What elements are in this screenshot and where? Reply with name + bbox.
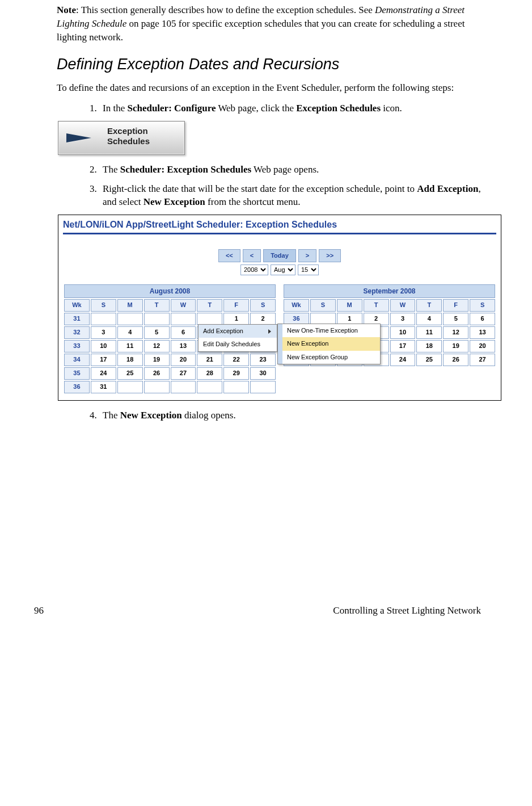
title-underline <box>63 233 496 234</box>
calendar-day-cell[interactable]: 31 <box>91 381 116 393</box>
calendar-day-cell[interactable]: 19 <box>443 340 468 352</box>
step-3-text-a: Right-click the date that will be the st… <box>103 183 417 194</box>
day-of-week-header: S <box>470 299 495 312</box>
day-of-week-header: Wk <box>64 299 90 312</box>
menu-edit-daily-schedules[interactable]: Edit Daily Schedules <box>199 338 277 351</box>
calendar-day-cell[interactable]: 11 <box>117 340 143 352</box>
submenu-new-exception-group[interactable]: New Exception Group <box>278 351 380 364</box>
calendar-day-cell[interactable]: 20 <box>470 340 495 352</box>
week-number-cell: 34 <box>64 354 90 366</box>
submenu-new-one-time-exception[interactable]: New One-Time Exception <box>278 324 380 337</box>
calendar-empty-cell <box>197 381 222 393</box>
step-2-text-c: Web page opens. <box>251 164 319 175</box>
calendar-day-cell[interactable]: 18 <box>117 354 143 366</box>
calendar-day-cell[interactable]: 29 <box>223 367 249 380</box>
year-select[interactable]: 2008 <box>240 265 268 275</box>
step-4-bold-b: New Exception <box>120 410 182 421</box>
week-number-cell: 31 <box>64 313 90 325</box>
calendar-day-cell[interactable]: 6 <box>470 313 495 325</box>
step-1-text-c: Web page, click the <box>216 103 296 114</box>
calendar-day-cell[interactable]: 3 <box>91 326 116 339</box>
calendar-day-cell[interactable]: 1 <box>223 313 249 325</box>
exception-schedules-button[interactable]: Exception Schedules <box>58 121 185 155</box>
calendar-day-cell[interactable]: 4 <box>416 313 442 325</box>
calendar-day-cell[interactable]: 24 <box>390 354 416 366</box>
calendar-day-cell[interactable]: 19 <box>144 354 170 366</box>
calendar-day-cell[interactable]: 10 <box>91 340 116 352</box>
calendar-empty-cell <box>117 381 143 393</box>
calendar-empty-cell <box>197 313 222 325</box>
calendar-day-cell[interactable]: 3 <box>390 313 416 325</box>
calendar-day-cell[interactable]: 13 <box>470 326 495 339</box>
calendar-day-cell[interactable]: 20 <box>171 354 196 366</box>
context-menu: Add Exception Edit Daily Schedules New O… <box>198 324 381 364</box>
step-1-bold-d: Exception Schedules <box>296 103 381 114</box>
calendar-day-cell[interactable]: 30 <box>250 367 276 380</box>
calendar-day-cell[interactable]: 25 <box>416 354 442 366</box>
calendar-day-cell[interactable]: 24 <box>91 367 116 380</box>
day-of-week-header: M <box>337 299 362 312</box>
step-3-text-e: from the shortcut menu. <box>205 196 301 207</box>
nav-last-button[interactable]: >> <box>319 249 341 262</box>
calendar-day-cell[interactable]: 26 <box>443 354 468 366</box>
day-select[interactable]: 15 <box>298 265 319 275</box>
submenu-new-exception[interactable]: New Exception <box>278 337 380 350</box>
calendar-empty-cell <box>91 313 116 325</box>
calendar-day-cell[interactable]: 11 <box>416 326 442 339</box>
section-heading: Defining Exception Dates and Recursions <box>57 54 492 75</box>
day-of-week-header: W <box>171 299 196 312</box>
calendar-empty-cell <box>117 313 143 325</box>
calendar-day-cell[interactable]: 17 <box>390 340 416 352</box>
step-2-bold-b: Scheduler: Exception Schedules <box>120 164 251 175</box>
menu-add-exception[interactable]: Add Exception <box>199 325 277 338</box>
week-number-cell: 32 <box>64 326 90 339</box>
step-1-text-a: In the <box>103 103 127 114</box>
calendar-day-cell[interactable]: 4 <box>117 326 143 339</box>
month-select[interactable]: Aug <box>271 265 295 275</box>
step-1-text-e: icon. <box>381 103 402 114</box>
nav-prev-button[interactable]: < <box>243 249 261 262</box>
calendar-day-cell[interactable]: 17 <box>91 354 116 366</box>
calendar-empty-cell <box>171 313 196 325</box>
calendar-empty-cell <box>223 381 249 393</box>
step-2-text-a: The <box>103 164 120 175</box>
calendar-day-cell[interactable]: 5 <box>144 326 170 339</box>
day-of-week-header: W <box>390 299 416 312</box>
nav-first-button[interactable]: << <box>218 249 240 262</box>
week-number-cell: 36 <box>64 381 90 393</box>
calendar-day-cell[interactable]: 28 <box>197 367 222 380</box>
calendar-day-cell[interactable]: 25 <box>117 367 143 380</box>
day-of-week-header: T <box>364 299 389 312</box>
note-text-1: : This section generally describes how t… <box>76 5 375 15</box>
calendar-day-cell[interactable]: 10 <box>390 326 416 339</box>
nav-today-button[interactable]: Today <box>263 249 296 262</box>
menu-add-exception-label: Add Exception <box>203 327 243 335</box>
calendar-day-cell[interactable]: 27 <box>470 354 495 366</box>
calendar-day-cell[interactable]: 2 <box>250 313 276 325</box>
day-of-week-header: T <box>144 299 170 312</box>
step-3-bold-d: New Exception <box>143 196 205 207</box>
exc-btn-line1: Exception <box>107 126 150 136</box>
calendar-day-cell[interactable]: 5 <box>443 313 468 325</box>
day-of-week-header: S <box>250 299 276 312</box>
day-of-week-header: T <box>416 299 442 312</box>
week-number-cell: 33 <box>64 340 90 352</box>
calendar-day-cell[interactable]: 12 <box>443 326 468 339</box>
calendar-day-cell[interactable]: 6 <box>171 326 196 339</box>
calendar-day-cell[interactable]: 13 <box>171 340 196 352</box>
nav-next-button[interactable]: > <box>298 249 316 262</box>
step-4-text-a: The <box>103 410 120 421</box>
note-paragraph: Note: This section generally describes h… <box>57 3 492 44</box>
calendar-day-cell[interactable]: 27 <box>171 367 196 380</box>
step-3: Right-click the date that will be the st… <box>99 182 492 209</box>
exc-btn-line2: Schedules <box>107 136 150 146</box>
page-number: 96 <box>34 604 44 618</box>
calendar-day-cell[interactable]: 26 <box>144 367 170 380</box>
calendar-day-cell[interactable]: 18 <box>416 340 442 352</box>
arrow-right-icon <box>66 133 91 142</box>
step-4: The New Exception dialog opens. <box>99 409 492 422</box>
month-title: September 2008 <box>284 284 495 298</box>
calendar-empty-cell <box>250 381 276 393</box>
week-number-cell: 35 <box>64 367 90 380</box>
calendar-day-cell[interactable]: 12 <box>144 340 170 352</box>
